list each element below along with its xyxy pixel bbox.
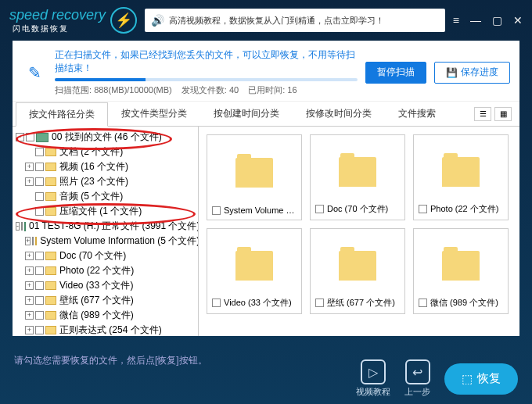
scan-message: 正在扫描文件，如果已经找到您丢失的文件，可以立即恢复，不用等待扫描结束！ — [55, 48, 358, 75]
tree-item[interactable]: 压缩文件 (1 个文件) — [13, 204, 198, 219]
checkbox[interactable] — [315, 299, 324, 307]
grid-label: System Volume In... — [224, 206, 297, 215]
expand-icon[interactable]: + — [25, 177, 34, 186]
video-tutorial-button[interactable]: ▷ 视频教程 — [356, 359, 390, 398]
tree-label: 压缩文件 (1 个文件) — [59, 205, 142, 218]
checkbox[interactable] — [35, 192, 44, 201]
checkbox[interactable] — [35, 296, 44, 305]
grid-item[interactable]: 微信 (989 个文件) — [413, 228, 509, 314]
tree-label: Photo (22 个文件) — [59, 264, 134, 277]
tree-item[interactable]: +照片 (23 个文件) — [13, 174, 198, 189]
checkbox[interactable] — [35, 326, 44, 334]
grid-item[interactable]: Photo (22 个文件) — [413, 134, 509, 220]
view-grid-icon[interactable]: ▦ — [494, 107, 512, 121]
tree-label: 01 TEST-8G (H:) 正常文件 (3991 个文件) — [29, 220, 199, 233]
filter-tabs: 按文件路径分类 按文件类型分类 按创建时间分类 按修改时间分类 文件搜索 ☰ ▦ — [13, 102, 519, 127]
minimize-icon[interactable]: — — [470, 14, 481, 27]
grid-label: 壁纸 (677 个文件) — [327, 297, 400, 309]
expand-icon[interactable]: + — [25, 281, 34, 290]
tree-item[interactable]: +System Volume Information (5 个文件) — [13, 234, 198, 248]
tree-item[interactable]: 音频 (5 个文件) — [13, 189, 198, 204]
view-list-icon[interactable]: ☰ — [474, 107, 491, 121]
tree-item[interactable]: +微信 (989 个文件) — [13, 308, 198, 323]
checkbox[interactable] — [212, 299, 221, 307]
checkbox[interactable] — [32, 237, 34, 245]
window-controls: ≡ — ▢ ✕ — [453, 14, 523, 27]
folder-icon — [35, 237, 37, 245]
grid-item[interactable]: System Volume In... — [207, 134, 302, 220]
grid-item[interactable]: Doc (70 个文件) — [310, 134, 405, 220]
save-progress-button[interactable]: 💾保存进度 — [434, 62, 510, 84]
tutorial-banner[interactable]: 🔊 高清视频教程，数据恢复从入门到精通，点击立即学习！ — [145, 9, 445, 32]
recover-button[interactable]: ⬚ 恢复 — [444, 363, 518, 395]
checkbox[interactable] — [35, 266, 44, 275]
tree-label: 视频 (16 个文件) — [59, 160, 128, 173]
folder-icon — [45, 163, 56, 171]
back-button[interactable]: ↩ 上一步 — [404, 359, 430, 398]
scan-stats: 扫描范围: 888(MB)/10000(MB) 发现文件数: 40 已用时间: … — [55, 84, 358, 96]
tree-item[interactable]: +正则表达式 (254 个文件) — [13, 323, 198, 336]
expand-icon[interactable]: + — [25, 252, 34, 260]
tab-by-modified[interactable]: 按修改时间分类 — [293, 102, 385, 126]
checkbox[interactable] — [26, 133, 34, 141]
drive-icon — [36, 133, 49, 142]
tree-item[interactable]: -00 找到的文件 (46 个文件) — [13, 130, 198, 145]
checkbox[interactable] — [35, 148, 44, 156]
pause-scan-button[interactable]: 暂停扫描 — [365, 62, 426, 84]
grid-item[interactable]: Video (33 个文件) — [207, 228, 302, 314]
bolt-icon: ⚡ — [110, 7, 137, 34]
expand-icon[interactable]: + — [25, 266, 34, 275]
folder-icon — [45, 252, 56, 260]
tree-label: 照片 (23 个文件) — [59, 175, 128, 188]
checkbox[interactable] — [35, 311, 44, 320]
tab-by-path[interactable]: 按文件路径分类 — [16, 102, 108, 127]
tab-by-created[interactable]: 按创建时间分类 — [200, 102, 293, 126]
tree-item[interactable]: +Video (33 个文件) — [13, 278, 198, 293]
expand-icon[interactable]: + — [25, 237, 31, 245]
tree-label: 壁纸 (677 个文件) — [59, 294, 134, 307]
folder-icon — [339, 157, 376, 187]
checkbox[interactable] — [35, 252, 44, 260]
expand-icon[interactable]: + — [25, 296, 34, 305]
maximize-icon[interactable]: ▢ — [492, 14, 502, 27]
tree-item[interactable]: 文档 (2 个文件) — [13, 145, 198, 159]
checkbox[interactable] — [35, 281, 44, 290]
expand-icon[interactable]: + — [25, 326, 34, 334]
tree-item[interactable]: +视频 (16 个文件) — [13, 159, 198, 174]
tree-item[interactable]: +Doc (70 个文件) — [13, 248, 198, 263]
tree-label: Video (33 个文件) — [59, 279, 133, 292]
expand-icon[interactable]: - — [16, 133, 24, 141]
folder-icon — [442, 157, 480, 187]
tree-item[interactable]: -01 TEST-8G (H:) 正常文件 (3991 个文件) — [13, 219, 198, 234]
back-icon: ↩ — [405, 359, 430, 384]
checkbox[interactable] — [419, 205, 427, 213]
grid-item[interactable]: 壁纸 (677 个文件) — [310, 228, 405, 314]
checkbox[interactable] — [35, 177, 44, 186]
checkbox[interactable] — [419, 299, 427, 307]
file-grid[interactable]: System Volume In...Doc (70 个文件)Photo (22… — [199, 127, 519, 336]
checkbox[interactable] — [35, 207, 44, 216]
tree-item[interactable]: +Photo (22 个文件) — [13, 263, 198, 278]
folder-icon — [45, 326, 56, 334]
checkbox[interactable] — [35, 163, 44, 171]
checkbox[interactable] — [315, 205, 324, 213]
tab-by-type[interactable]: 按文件类型分类 — [108, 102, 200, 126]
checkbox[interactable] — [212, 206, 221, 215]
expand-icon[interactable]: + — [25, 163, 34, 171]
drive-icon — [24, 222, 26, 231]
title-bar: speed recovery 闪电数据恢复 ⚡ 🔊 高清视频教程，数据恢复从入门… — [0, 0, 532, 41]
folder-icon — [45, 311, 56, 320]
tree-label: 音频 (5 个文件) — [59, 190, 123, 203]
expand-icon[interactable]: - — [16, 222, 20, 231]
folder-icon — [45, 281, 56, 290]
menu-icon[interactable]: ≡ — [453, 14, 459, 27]
checkbox[interactable] — [21, 222, 23, 231]
tree-item[interactable]: +壁纸 (677 个文件) — [13, 293, 198, 308]
expand-icon[interactable]: + — [25, 311, 34, 320]
tab-search[interactable]: 文件搜索 — [385, 102, 449, 126]
file-tree[interactable]: -00 找到的文件 (46 个文件) 文档 (2 个文件)+视频 (16 个文件… — [13, 127, 199, 336]
recover-icon: ⬚ — [462, 372, 473, 386]
tree-label: System Volume Information (5 个文件) — [40, 234, 199, 248]
tree-label: 文档 (2 个文件) — [59, 145, 123, 159]
close-icon[interactable]: ✕ — [513, 14, 523, 27]
